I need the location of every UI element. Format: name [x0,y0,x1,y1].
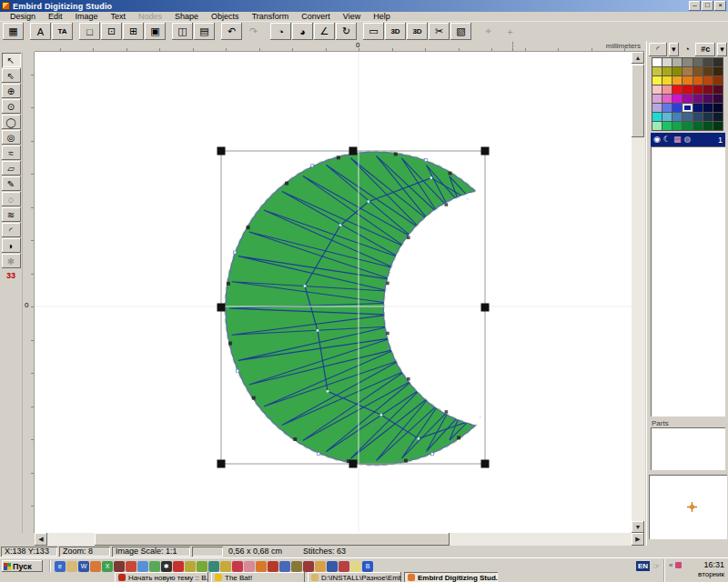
color-swatch[interactable] [703,95,713,103]
color-swatch[interactable] [713,58,723,66]
color-swatch[interactable] [672,85,682,94]
color-swatch[interactable] [682,122,692,130]
color-swatch[interactable] [713,67,723,75]
zoom-tool[interactable]: ⊕ [2,84,21,98]
horizontal-scroll-thumb[interactable] [95,533,450,546]
color-swatch[interactable] [703,122,713,130]
color-swatch[interactable] [682,67,692,75]
quicklaunch-yellow-note-icon[interactable] [350,561,361,572]
color-swatch[interactable] [693,67,703,75]
quicklaunch-bluetooth-icon[interactable]: B [362,561,373,572]
zigzag-tool[interactable]: ≋ [2,207,21,222]
selection-handle[interactable] [349,147,358,156]
quicklaunch-dark-red-app-icon[interactable] [303,561,314,572]
scroll-left-button[interactable]: ◀ [35,533,47,546]
picture-button[interactable]: ▧ [450,23,471,40]
menu-item-shape[interactable]: Shape [168,12,205,22]
color-swatch[interactable] [682,58,692,66]
quicklaunch-blue-ball-icon[interactable] [137,561,148,572]
color-swatch[interactable] [672,113,682,121]
color-swatch[interactable] [652,95,662,103]
color-swatch[interactable] [652,58,662,66]
object-list[interactable] [651,146,725,416]
color-swatch[interactable] [682,95,692,103]
color-swatch[interactable] [652,76,662,85]
color-swatch[interactable] [693,85,703,94]
color-swatch[interactable] [652,122,662,130]
vertical-scrollbar[interactable]: ▲ ▼ [632,52,645,533]
selection-handle[interactable] [481,460,490,468]
curve-tool-button[interactable]: ◜ [649,43,667,56]
palette-mode-button[interactable]: #c [695,43,715,56]
color-swatch[interactable] [703,85,713,94]
menu-item-convert[interactable]: Convert [295,12,337,22]
menu-item-transform[interactable]: Transform [246,12,296,22]
quicklaunch-green-app-icon[interactable] [149,561,160,572]
start-button[interactable]: Пуск [2,560,43,572]
scroll-right-button[interactable]: ▶ [632,533,644,546]
color-swatch[interactable] [693,95,703,103]
color-swatch[interactable] [662,76,672,85]
color-swatch[interactable] [672,67,682,75]
select-tool[interactable]: ↖ [2,53,21,67]
taskbar-button-explorer-embird[interactable]: D:\INSTALL\Разное\Embird [308,572,401,582]
color-swatch[interactable] [713,85,723,94]
color-swatch[interactable] [672,58,682,66]
color-swatch[interactable] [713,104,723,112]
new-file-button[interactable]: □ [79,23,100,40]
paste-button[interactable]: ▤ [194,23,215,40]
selection-handle[interactable] [349,460,358,468]
menu-item-help[interactable]: Help [367,12,397,22]
color-swatch[interactable] [652,67,662,75]
color-swatch[interactable] [713,113,723,121]
scroll-down-button[interactable]: ▼ [632,521,644,533]
arc-tool[interactable]: ◜ [2,223,21,237]
quicklaunch-red-box-icon[interactable] [173,561,184,572]
color-swatch[interactable] [672,95,682,103]
quicklaunch-folder-icon[interactable] [66,561,77,572]
color-swatch[interactable] [693,113,703,121]
menu-item-image[interactable]: Image [69,12,105,22]
color-swatch[interactable] [662,104,672,112]
column-tool[interactable]: ◗ [2,238,21,253]
quicklaunch-books-icon[interactable] [114,561,125,572]
quicklaunch-orange-ball-icon[interactable] [256,561,267,572]
color-swatch[interactable] [693,122,703,130]
color-swatch[interactable] [662,122,672,130]
color-swatch[interactable] [693,58,703,66]
zoom-1-1-tool[interactable]: ⊙ [2,99,21,114]
color-swatch[interactable] [693,76,703,85]
quicklaunch-green-leaf-icon[interactable] [197,561,207,572]
copy-button[interactable]: ◫ [172,23,193,40]
selection-handle[interactable] [481,147,490,156]
scroll-up-button[interactable]: ▲ [632,52,644,64]
color-swatch[interactable] [672,76,682,85]
color-swatch[interactable] [703,113,713,121]
selection-handle[interactable] [217,460,226,468]
selection-handle[interactable] [217,304,226,312]
color-swatch[interactable] [672,104,682,112]
object-row-selected[interactable]: ◉ ☾ ▦ ◍ 1 [651,133,725,146]
design-canvas[interactable] [35,52,632,533]
color-swatch[interactable] [662,113,672,121]
color-swatch[interactable] [713,122,723,130]
quicklaunch-blue-grid-icon[interactable] [279,561,290,572]
color-swatch[interactable] [703,76,713,85]
rotate-button[interactable]: ↻ [336,23,357,40]
vertical-scroll-thumb[interactable] [632,65,644,137]
quicklaunch-orange-grid-icon[interactable] [315,561,326,572]
tray-collapse-icon[interactable]: « [669,561,672,569]
color-swatch[interactable] [682,85,692,94]
quicklaunch-gold-app-icon[interactable] [220,561,231,572]
quicklaunch-word-icon[interactable]: W [78,561,89,572]
selection-handle[interactable] [481,304,490,312]
color-swatch[interactable] [703,104,713,112]
gauge-1-button[interactable]: ◔ [270,23,291,40]
quicklaunch-olive-tool-icon[interactable] [291,561,302,572]
hand-icon[interactable]: ☞ [652,561,661,571]
menu-item-design[interactable]: Design [4,12,42,22]
undo-button[interactable]: ↶ [221,23,242,40]
parts-list[interactable] [651,427,725,470]
color-swatch[interactable] [652,104,662,112]
quicklaunch-star-black-icon[interactable]: ✱ [161,561,172,572]
